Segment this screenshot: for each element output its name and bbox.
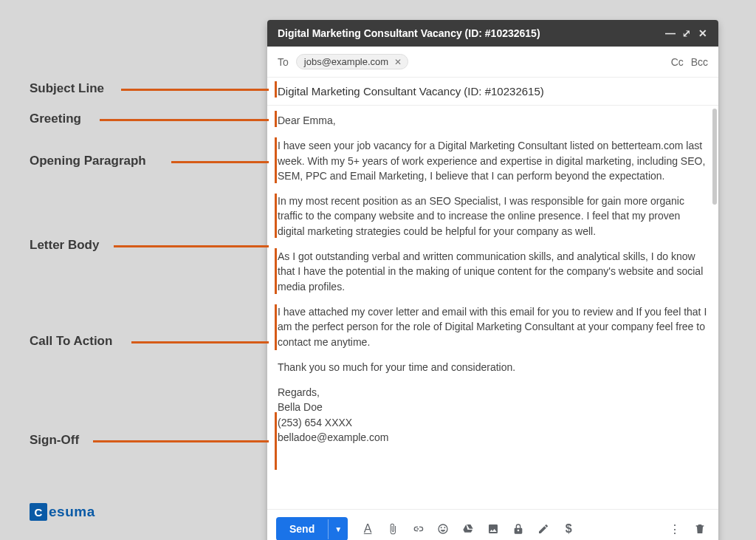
drive-icon[interactable] bbox=[458, 523, 478, 535]
remove-recipient-icon[interactable]: ✕ bbox=[394, 57, 402, 67]
annotation-letter-body: Letter Body bbox=[30, 238, 99, 253]
annotation-marker bbox=[275, 137, 277, 183]
logo-text: esuma bbox=[49, 504, 95, 520]
brand-logo: C esuma bbox=[30, 503, 95, 521]
emoji-icon[interactable] bbox=[433, 523, 453, 535]
minimize-icon[interactable]: — bbox=[662, 25, 678, 41]
to-label: To bbox=[278, 56, 289, 68]
email-body-textarea[interactable]: Dear Emma, I have seen your job vacancy … bbox=[267, 106, 718, 509]
body-phone: (253) 654 XXXX bbox=[278, 415, 708, 430]
recipients-row[interactable]: To jobs@example.com ✕ Cc Bcc bbox=[267, 47, 718, 78]
annotation-marker bbox=[275, 194, 277, 238]
body-opening: I have seen your job vacancy for a Digit… bbox=[278, 138, 708, 183]
body-regards: Regards, bbox=[278, 385, 708, 400]
body-email: belladoe@example.com bbox=[278, 430, 708, 445]
connector-line bbox=[121, 89, 269, 91]
annotation-call-to-action: Call To Action bbox=[30, 334, 112, 349]
scrollbar[interactable] bbox=[712, 109, 717, 205]
connector-line bbox=[114, 245, 269, 247]
body-paragraph-2: As I got outstanding verbal and written … bbox=[278, 249, 708, 294]
body-name: Bella Doe bbox=[278, 400, 708, 414]
subject-input[interactable]: Digital Marketing Consultant Vacancy (ID… bbox=[267, 78, 718, 106]
recipient-chip[interactable]: jobs@example.com ✕ bbox=[296, 54, 408, 69]
body-cta: I have attached my cover letter and emai… bbox=[278, 304, 708, 349]
attach-icon[interactable] bbox=[383, 523, 402, 535]
connector-line bbox=[100, 119, 269, 121]
send-more-dropdown[interactable]: ▼ bbox=[328, 519, 348, 539]
discard-icon[interactable] bbox=[690, 523, 709, 535]
cc-bcc-toggle[interactable]: Cc Bcc bbox=[671, 56, 708, 68]
annotation-marker bbox=[275, 111, 277, 127]
body-paragraph-1: In my most recent position as an SEO Spe… bbox=[278, 194, 708, 239]
annotation-marker bbox=[275, 248, 277, 294]
more-options-icon[interactable]: ⋮ bbox=[665, 522, 684, 536]
cc-label[interactable]: Cc bbox=[671, 56, 684, 68]
recipient-email: jobs@example.com bbox=[304, 56, 388, 67]
annotation-marker bbox=[275, 304, 277, 350]
confidential-icon[interactable] bbox=[509, 523, 528, 535]
send-label: Send bbox=[276, 517, 328, 540]
compose-window: Digital Marketing Consultant Vacancy (ID… bbox=[267, 20, 718, 540]
subject-text: Digital Marketing Consultant Vacancy (ID… bbox=[278, 85, 544, 98]
bcc-label[interactable]: Bcc bbox=[691, 56, 708, 68]
compose-header[interactable]: Digital Marketing Consultant Vacancy (ID… bbox=[267, 20, 718, 47]
dollar-icon[interactable]: $ bbox=[559, 522, 578, 536]
logo-mark: C bbox=[30, 503, 47, 521]
annotation-subject-line: Subject Line bbox=[30, 81, 104, 96]
annotation-sign-off: Sign-Off bbox=[30, 433, 79, 448]
compose-toolbar: Send ▼ A $ ⋮ bbox=[267, 509, 718, 540]
annotation-marker bbox=[275, 81, 277, 98]
body-greeting: Dear Emma, bbox=[278, 113, 708, 128]
send-button[interactable]: Send ▼ bbox=[276, 517, 348, 540]
formatting-icon[interactable]: A bbox=[358, 522, 377, 536]
link-icon[interactable] bbox=[408, 523, 427, 535]
annotation-opening-paragraph: Opening Paragraph bbox=[30, 154, 146, 168]
connector-line bbox=[93, 440, 269, 442]
close-icon[interactable]: ✕ bbox=[695, 25, 711, 41]
photo-icon[interactable] bbox=[484, 523, 503, 535]
body-thanks: Thank you so much for your time and cons… bbox=[278, 360, 708, 375]
expand-icon[interactable]: ⤢ bbox=[678, 25, 695, 41]
connector-line bbox=[131, 341, 269, 344]
pen-icon[interactable] bbox=[534, 523, 553, 535]
connector-line bbox=[171, 161, 269, 163]
window-title: Digital Marketing Consultant Vacancy (ID… bbox=[278, 27, 662, 39]
annotation-greeting: Greeting bbox=[30, 112, 81, 126]
annotation-marker bbox=[275, 412, 277, 470]
